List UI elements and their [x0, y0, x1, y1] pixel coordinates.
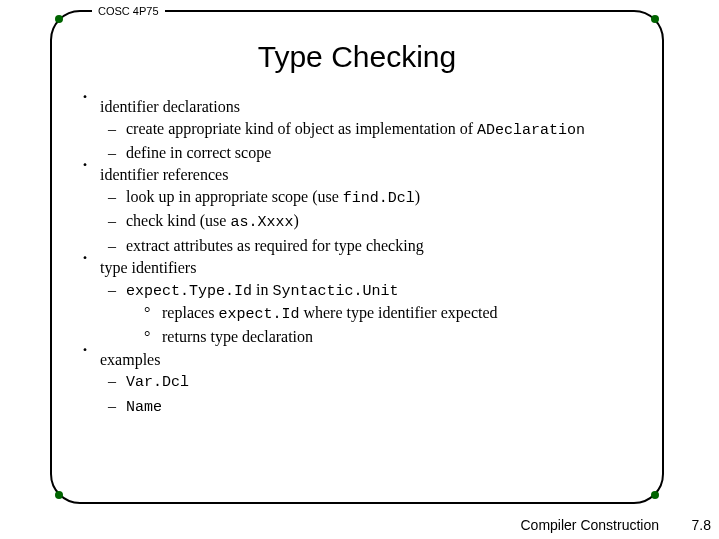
- bullet-text: ): [415, 188, 420, 205]
- bullet-text: define in correct scope: [126, 144, 271, 161]
- bullet-text: create appropriate kind of object as imp…: [126, 120, 477, 137]
- bullet-text: identifier references: [100, 166, 228, 183]
- corner-dot: [55, 15, 63, 23]
- slide-frame: COSC 4P75 Type Checking identifier decla…: [50, 10, 664, 504]
- bullet-l1: type identifiers expect.Type.Id in Synta…: [100, 257, 632, 348]
- corner-dot: [651, 491, 659, 499]
- bullet-l1: identifier declarations create appropria…: [100, 96, 632, 163]
- slide-body: identifier declarations create appropria…: [52, 96, 662, 418]
- corner-dot: [651, 15, 659, 23]
- code-text: ADeclaration: [477, 122, 585, 139]
- bullet-l1: examples Var.Dcl Name: [100, 349, 632, 418]
- code-text: find.Dcl: [343, 190, 415, 207]
- bullet-text: in: [252, 281, 272, 298]
- code-text: expect.Id: [218, 306, 299, 323]
- bullet-text: check kind (use: [126, 212, 230, 229]
- bullet-l2: Var.Dcl: [126, 370, 632, 393]
- bullet-text: replaces: [162, 304, 218, 321]
- footer-page: 7.8: [692, 517, 711, 533]
- footer-subject: Compiler Construction: [521, 517, 660, 533]
- code-text: Name: [126, 399, 162, 416]
- code-text: expect.Type.Id: [126, 283, 252, 300]
- corner-dot: [55, 491, 63, 499]
- bullet-text: where type identifier expected: [299, 304, 497, 321]
- bullet-l2: extract attributes as required for type …: [126, 235, 632, 257]
- bullet-l2: check kind (use as.Xxxx): [126, 210, 632, 233]
- code-text: Syntactic.Unit: [272, 283, 398, 300]
- bullet-l2: create appropriate kind of object as imp…: [126, 118, 632, 141]
- code-text: as.Xxxx: [230, 214, 293, 231]
- course-code: COSC 4P75: [92, 5, 165, 17]
- bullet-l3: returns type declaration: [162, 326, 632, 348]
- bullet-l1: identifier references look up in appropr…: [100, 164, 632, 256]
- bullet-l2: Name: [126, 395, 632, 418]
- bullet-text: ): [293, 212, 298, 229]
- slide-title: Type Checking: [52, 40, 662, 74]
- bullet-l2: define in correct scope: [126, 142, 632, 164]
- bullet-text: look up in appropriate scope (use: [126, 188, 343, 205]
- bullet-l3: replaces expect.Id where type identifier…: [162, 302, 632, 325]
- bullet-text: extract attributes as required for type …: [126, 237, 424, 254]
- bullet-text: identifier declarations: [100, 98, 240, 115]
- bullet-text: examples: [100, 351, 160, 368]
- code-text: Var.Dcl: [126, 374, 189, 391]
- bullet-text: type identifiers: [100, 259, 196, 276]
- bullet-l2: look up in appropriate scope (use find.D…: [126, 186, 632, 209]
- bullet-l2: expect.Type.Id in Syntactic.Unit replace…: [126, 279, 632, 348]
- bullet-text: returns type declaration: [162, 328, 313, 345]
